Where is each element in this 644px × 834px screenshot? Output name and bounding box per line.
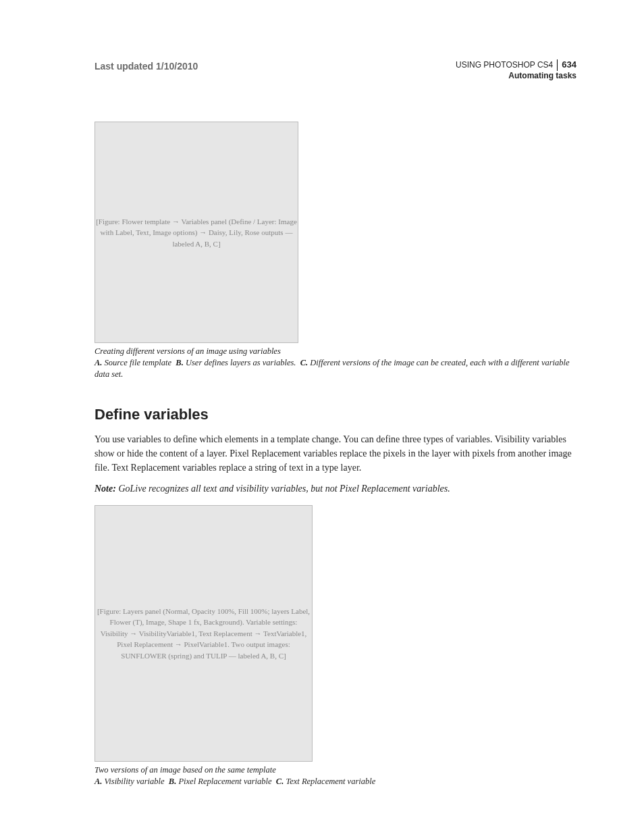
figure-layers-variables: [Figure: Layers panel (Normal, Opacity 1… — [95, 505, 313, 762]
figure2-b-text: Pixel Replacement variable — [178, 777, 271, 786]
figure2-c-text: Text Replacement variable — [286, 777, 375, 786]
figure1-a-label: A. — [95, 358, 102, 367]
section-note: Note: GoLive recognizes all text and vis… — [95, 481, 576, 496]
figure1-caption: Creating different versions of an image … — [95, 346, 576, 380]
figure1-a-text: Source file template — [105, 358, 172, 367]
figure1-c-label: C. — [300, 358, 308, 367]
page-header: Last updated 1/10/2010 USING PHOTOSHOP C… — [95, 59, 576, 81]
figure2-caption: Two versions of an image based on the sa… — [95, 764, 576, 787]
chapter-title: Automating tasks — [456, 71, 576, 82]
section-body-para: You use variables to define which elemen… — [95, 432, 576, 475]
section-heading-define-variables: Define variables — [95, 403, 576, 425]
figure2-a-text: Visibility variable — [105, 777, 165, 786]
figure1-b-text: User defines layers as variables. — [186, 358, 296, 367]
last-updated-text: Last updated 1/10/2010 — [95, 59, 198, 74]
figure2-c-label: C. — [276, 777, 284, 786]
figure-variables-diagram: [Figure: Flower template → Variables pan… — [95, 122, 298, 343]
figure1-b-label: B. — [176, 358, 183, 367]
figure2-b-label: B. — [169, 777, 176, 786]
note-text: GoLive recognizes all text and visibilit… — [116, 484, 450, 494]
header-right: USING PHOTOSHOP CS4 634 Automating tasks — [456, 59, 576, 81]
figure1-caption-main: Creating different versions of an image … — [95, 346, 281, 356]
figure2-a-label: A. — [95, 777, 102, 786]
note-label: Note: — [95, 484, 116, 494]
page-number: 634 — [557, 59, 576, 71]
product-name: USING PHOTOSHOP CS4 — [456, 60, 553, 71]
figure2-caption-main: Two versions of an image based on the sa… — [95, 765, 276, 775]
